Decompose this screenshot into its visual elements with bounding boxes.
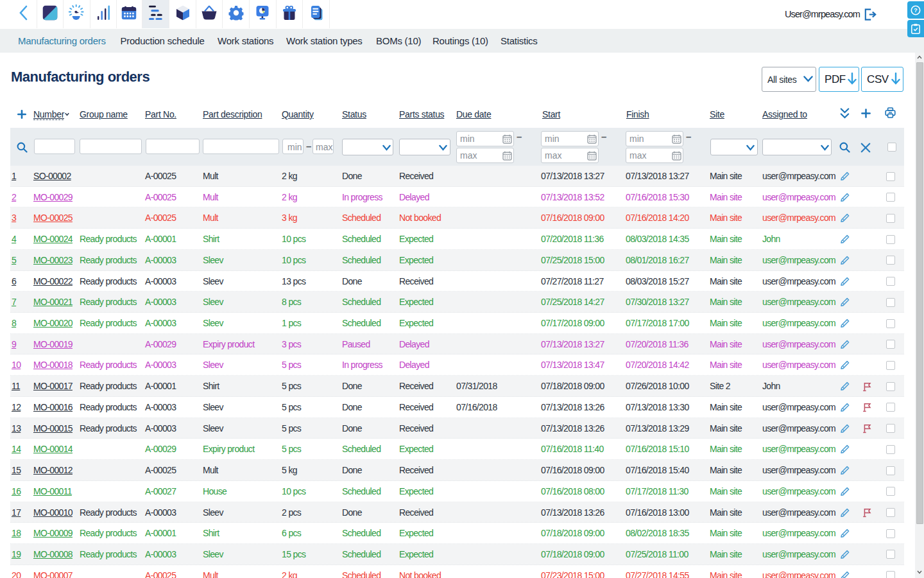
svg-text:?: ? bbox=[914, 6, 918, 13]
